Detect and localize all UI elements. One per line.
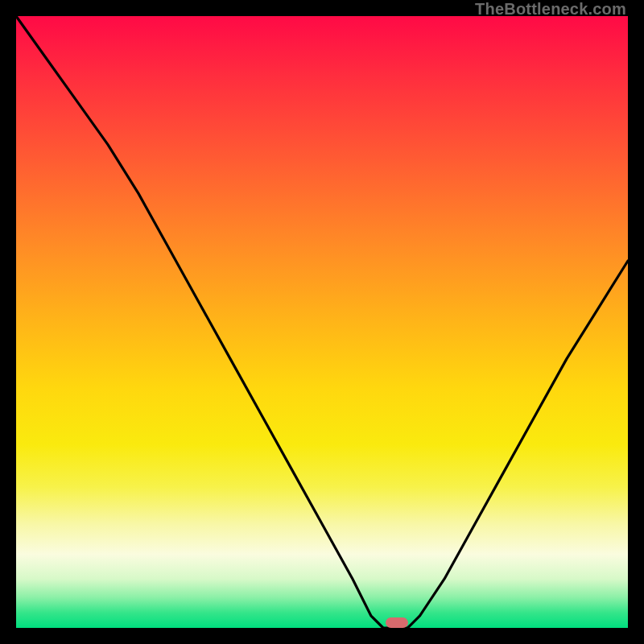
valley-marker (386, 617, 408, 628)
plot-area (16, 16, 628, 628)
bottleneck-curve (16, 16, 628, 628)
chart-frame: TheBottleneck.com (0, 0, 644, 644)
